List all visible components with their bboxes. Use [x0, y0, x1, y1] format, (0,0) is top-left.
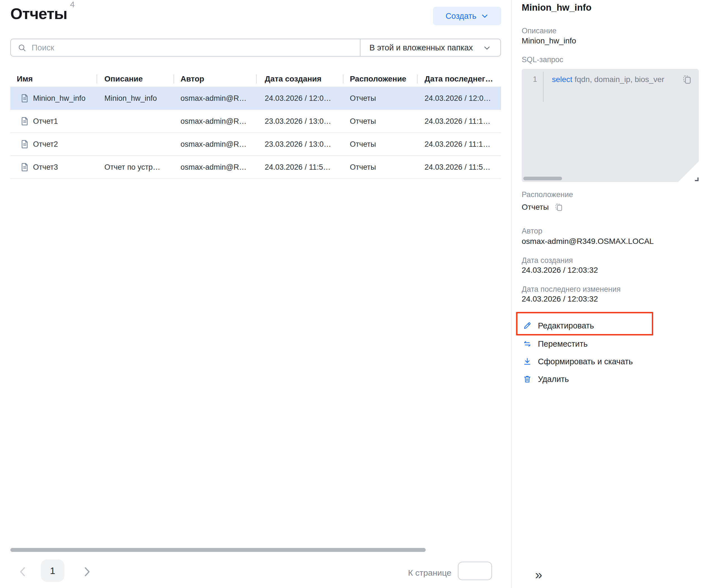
table-header: Имя Описание Автор Дата создания Располо… [10, 71, 501, 87]
column-header-author[interactable]: Автор [181, 71, 253, 87]
table-body: Minion_hw_info Minion_hw_info osmax-admi… [10, 87, 501, 179]
report-modified-date: 24.03.2026 / 12:0… [425, 87, 501, 109]
code-gutter-divider [543, 72, 544, 102]
table-row[interactable]: Отчет2 osmax-admin@R… 23.03.2026 / 13:0…… [10, 133, 501, 156]
report-name-cell: Отчет1 [20, 110, 97, 132]
code-line-number: 1 [533, 75, 537, 84]
report-description: Отчет по устр… [104, 156, 174, 178]
modified-date-value: 24.03.2026 / 12:03:32 [522, 295, 598, 304]
report-author: osmax-admin@R… [181, 110, 256, 132]
report-location: Отчеты [350, 87, 417, 109]
search-icon [18, 43, 27, 52]
move-action-label: Переместить [538, 340, 588, 349]
description-label: Описание [522, 27, 556, 35]
column-divider [174, 75, 174, 83]
report-created-date: 23.03.2026 / 13:0… [265, 110, 343, 132]
document-icon [20, 139, 30, 149]
document-icon [20, 93, 30, 103]
pencil-icon [523, 321, 532, 330]
download-icon [523, 357, 532, 366]
search-scope-value: В этой и вложенных папках [369, 39, 473, 56]
modified-date-label: Дата последнего изменения [522, 285, 621, 294]
created-date-value: 24.03.2026 / 12:03:32 [522, 266, 598, 275]
chevron-down-icon [481, 12, 489, 20]
report-created-date: 24.03.2026 / 11:5… [265, 156, 343, 178]
report-name: Отчет1 [33, 110, 58, 132]
move-action[interactable]: Переместить [523, 337, 588, 350]
report-author: osmax-admin@R… [181, 133, 256, 155]
reports-count-badge: 4 [70, 0, 75, 9]
column-divider [256, 75, 256, 83]
report-name: Minion_hw_info [33, 87, 86, 109]
table-row[interactable]: Отчет1 osmax-admin@R… 23.03.2026 / 13:0…… [10, 110, 501, 133]
table-row[interactable]: Отчет3 Отчет по устр… osmax-admin@R… 24.… [10, 156, 501, 179]
sql-code-block: 1 select fqdn, domain_ip, bios_ver [522, 69, 699, 182]
search-scope-select[interactable]: В этой и вложенных папках [360, 39, 501, 56]
code-horizontal-scrollbar[interactable] [523, 177, 562, 180]
trash-icon [523, 375, 532, 383]
goto-page-label: К странице [408, 567, 452, 579]
next-page-button[interactable] [80, 565, 93, 579]
page-title-text: Отчеты [10, 5, 67, 22]
code-resize-handle[interactable] [695, 178, 699, 181]
report-location: Отчеты [350, 133, 417, 155]
column-header-description[interactable]: Описание [104, 71, 172, 87]
search-input[interactable]: Поиск [32, 39, 54, 56]
horizontal-scrollbar[interactable] [10, 548, 426, 552]
report-name-cell: Отчет2 [20, 133, 97, 155]
column-divider [97, 75, 97, 83]
create-button[interactable]: Создать [433, 7, 501, 25]
sql-keyword: select [552, 75, 572, 84]
report-name: Отчет2 [33, 133, 58, 155]
delete-action[interactable]: Удалить [523, 373, 569, 386]
report-description: Minion_hw_info [104, 87, 174, 109]
current-page-button[interactable]: 1 [41, 559, 64, 582]
table-row[interactable]: Minion_hw_info Minion_hw_info osmax-admi… [10, 87, 501, 110]
copy-location-icon[interactable] [554, 203, 563, 212]
previous-page-button[interactable] [16, 565, 30, 579]
location-value: Отчеты [522, 203, 549, 212]
report-modified-date: 24.03.2026 / 11:1… [425, 110, 501, 132]
sql-code-line: select fqdn, domain_ip, bios_ver [552, 75, 664, 84]
page-title: Отчеты4 [10, 4, 75, 23]
report-details-panel: Minion_hw_info Описание Minion_hw_info S… [511, 0, 705, 588]
report-created-date: 24.03.2026 / 12:0… [265, 87, 343, 109]
author-value: osmax-admin@R349.OSMAX.LOCAL [522, 237, 654, 246]
reports-table: Имя Описание Автор Дата создания Располо… [10, 71, 501, 179]
report-location: Отчеты [350, 110, 417, 132]
column-divider [417, 75, 418, 83]
reports-main-area: Отчеты4 Создать Поиск В этой и вложенных… [0, 0, 511, 588]
column-header-created[interactable]: Дата создания [265, 71, 340, 87]
goto-page-input[interactable] [458, 562, 492, 580]
edit-action[interactable]: Редактировать [523, 319, 594, 332]
generate-download-action-label: Сформировать и скачать [538, 357, 633, 366]
column-header-modified[interactable]: Дата последнег… [425, 71, 501, 87]
report-name-cell: Отчет3 [20, 156, 97, 178]
panel-title: Minion_hw_info [522, 2, 592, 13]
report-author: osmax-admin@R… [181, 156, 256, 178]
location-label: Расположение [522, 190, 573, 199]
sql-code-rest: fqdn, domain_ip, bios_ver [572, 75, 664, 84]
delete-action-label: Удалить [538, 375, 569, 384]
edit-action-label: Редактировать [538, 321, 594, 330]
author-label: Автор [522, 227, 543, 235]
move-icon [523, 340, 532, 348]
report-modified-date: 24.03.2026 / 11:1… [425, 133, 501, 155]
generate-download-action[interactable]: Сформировать и скачать [523, 355, 633, 368]
report-modified-date: 24.03.2026 / 11:5… [425, 156, 501, 178]
created-date-label: Дата создания [522, 256, 573, 265]
copy-sql-icon[interactable] [682, 75, 692, 85]
document-icon [20, 117, 30, 126]
search-bar: Поиск В этой и вложенных папках [10, 39, 501, 56]
column-divider [343, 75, 343, 83]
report-created-date: 23.03.2026 / 13:0… [265, 133, 343, 155]
column-header-location[interactable]: Расположение [350, 71, 414, 87]
create-button-label: Создать [445, 11, 476, 21]
report-name: Отчет3 [33, 156, 58, 178]
report-author: osmax-admin@R… [181, 87, 256, 109]
sql-query-label: SQL-запрос [522, 55, 563, 64]
column-header-name[interactable]: Имя [17, 71, 95, 87]
report-name-cell: Minion_hw_info [20, 87, 97, 109]
collapse-panel-icon[interactable]: » [535, 566, 543, 583]
chevron-down-icon [483, 44, 491, 52]
